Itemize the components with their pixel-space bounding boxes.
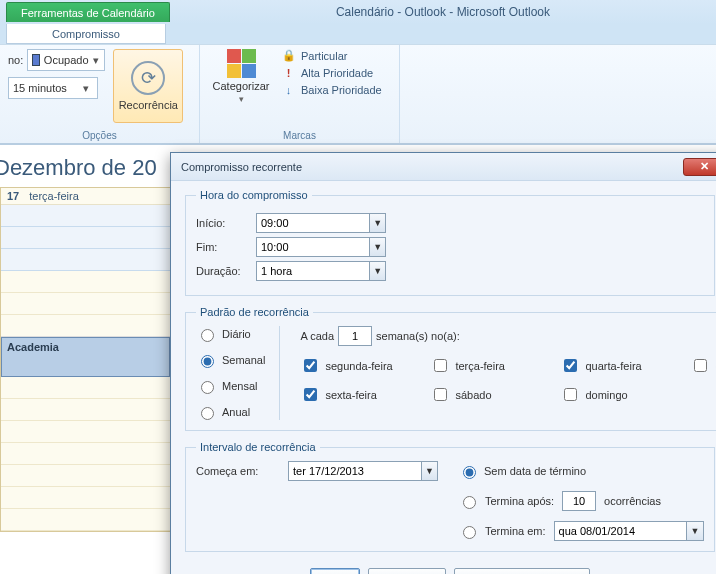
time-slot[interactable] (1, 509, 170, 531)
recurrence-label: Recorrência (119, 99, 178, 111)
time-slot[interactable] (1, 443, 170, 465)
chevron-down-icon: ▾ (93, 54, 101, 67)
close-icon: ✕ (700, 160, 709, 173)
every-label-b: semana(s) no(a): (376, 330, 460, 342)
thursday-check[interactable]: quinta-feira (690, 356, 716, 375)
time-slot[interactable] (1, 227, 170, 249)
show-as-select[interactable]: Ocupado ▾ (27, 49, 105, 71)
chevron-down-icon[interactable]: ▼ (369, 262, 385, 280)
chevron-down-icon[interactable]: ▼ (369, 214, 385, 232)
start-time-input[interactable] (257, 214, 369, 232)
time-slot[interactable] (1, 421, 170, 443)
recurrence-range-legend: Intervalo de recorrência (196, 441, 320, 453)
every-weeks-input[interactable] (338, 326, 372, 346)
wednesday-check[interactable]: quarta-feira (560, 356, 690, 375)
recurrence-button[interactable]: ⟳ Recorrência (113, 49, 183, 123)
range-start-label: Começa em: (196, 465, 278, 477)
calendar-day-column: 17 terça-feira Academia (0, 187, 170, 532)
saturday-check[interactable]: sábado (430, 385, 560, 404)
appointment-tab[interactable]: Compromisso (6, 24, 166, 44)
end-by-input[interactable] (555, 522, 687, 540)
weekly-radio[interactable]: Semanal (196, 352, 265, 368)
calendar-tools-tab[interactable]: Ferramentas de Calendário (6, 2, 170, 22)
calendar-event[interactable]: Academia (1, 337, 170, 377)
chevron-down-icon: ▾ (239, 94, 244, 104)
reminder-value: 15 minutos (13, 82, 67, 94)
every-label-a: A cada (300, 330, 334, 342)
day-name: terça-feira (29, 190, 79, 202)
end-after-count-input[interactable] (562, 491, 596, 511)
range-start-input[interactable] (289, 462, 421, 480)
categorize-icon (227, 49, 256, 78)
cancel-button[interactable]: Cancelar (368, 568, 446, 574)
dialog-title: Compromisso recorrente (181, 161, 683, 173)
show-as-label: no: (8, 54, 23, 66)
chevron-down-icon[interactable]: ▼ (369, 238, 385, 256)
reminder-select[interactable]: 15 minutos ▾ (8, 77, 98, 99)
end-time-input[interactable] (257, 238, 369, 256)
lock-icon: 🔒 (282, 49, 295, 62)
sunday-check[interactable]: domingo (560, 385, 690, 404)
window-title: Calendário - Outlook - Microsoft Outlook (170, 5, 716, 19)
day-number: 17 (7, 190, 19, 202)
duration-combo[interactable]: ▼ (256, 261, 386, 281)
high-importance-button[interactable]: ! Alta Prioridade (282, 67, 382, 79)
recurrence-dialog: Compromisso recorrente ✕ Hora do comprom… (170, 152, 716, 574)
end-after-radio[interactable]: Termina após: (458, 493, 554, 509)
busy-swatch-icon (32, 54, 40, 66)
friday-check[interactable]: sexta-feira (300, 385, 430, 404)
end-by-combo[interactable]: ▼ (554, 521, 704, 541)
ok-button[interactable]: OK (310, 568, 360, 574)
time-slot[interactable] (1, 487, 170, 509)
time-slot[interactable] (1, 399, 170, 421)
end-time-combo[interactable]: ▼ (256, 237, 386, 257)
range-start-combo[interactable]: ▼ (288, 461, 438, 481)
chevron-down-icon: ▾ (79, 82, 93, 95)
end-after-label-b: ocorrências (604, 495, 661, 507)
time-slot[interactable] (1, 465, 170, 487)
yearly-radio[interactable]: Anual (196, 404, 265, 420)
high-importance-label: Alta Prioridade (301, 67, 373, 79)
categorize-button[interactable]: Categorizar ▾ (208, 49, 274, 104)
tuesday-check[interactable]: terça-feira (430, 356, 560, 375)
appointment-time-legend: Hora do compromisso (196, 189, 312, 201)
time-slot[interactable] (1, 377, 170, 399)
recurrence-range-group: Intervalo de recorrência Começa em: ▼ Se… (185, 441, 715, 552)
monday-check[interactable]: segunda-feira (300, 356, 430, 375)
duration-input[interactable] (257, 262, 369, 280)
close-button[interactable]: ✕ (683, 158, 716, 176)
private-label: Particular (301, 50, 347, 62)
time-slot[interactable] (1, 205, 170, 227)
show-as-value: Ocupado (44, 54, 89, 66)
monthly-radio[interactable]: Mensal (196, 378, 265, 394)
low-importance-label: Baixa Prioridade (301, 84, 382, 96)
arrow-down-icon: ↓ (282, 84, 295, 96)
options-group-label: Opções (8, 130, 191, 141)
tags-group-label: Marcas (208, 130, 391, 141)
time-slot[interactable] (1, 271, 170, 293)
chevron-down-icon[interactable]: ▼ (686, 522, 702, 540)
categorize-label: Categorizar (213, 80, 270, 92)
window-titlebar: Ferramentas de Calendário Calendário - O… (0, 0, 716, 24)
start-label: Início: (196, 217, 256, 229)
recurrence-pattern-group: Padrão de recorrência Diário Semanal Men… (185, 306, 716, 431)
time-slot[interactable] (1, 293, 170, 315)
chevron-down-icon[interactable]: ▼ (421, 462, 437, 480)
private-button[interactable]: 🔒 Particular (282, 49, 382, 62)
duration-label: Duração: (196, 265, 256, 277)
end-by-radio[interactable]: Termina em: (458, 523, 546, 539)
daily-radio[interactable]: Diário (196, 326, 265, 342)
exclamation-icon: ! (282, 67, 295, 79)
dialog-titlebar[interactable]: Compromisso recorrente ✕ (171, 153, 716, 181)
recurrence-pattern-legend: Padrão de recorrência (196, 306, 313, 318)
start-time-combo[interactable]: ▼ (256, 213, 386, 233)
appointment-time-group: Hora do compromisso Início: ▼ Fim: ▼ Dur… (185, 189, 715, 296)
recurrence-icon: ⟳ (131, 61, 165, 95)
no-end-date-radio[interactable]: Sem data de término (458, 463, 704, 479)
ribbon: no: Ocupado ▾ 15 minutos ▾ ⟳ Recorrência… (0, 44, 716, 144)
low-importance-button[interactable]: ↓ Baixa Prioridade (282, 84, 382, 96)
time-slot[interactable] (1, 315, 170, 337)
remove-recurrence-button[interactable]: Remover recorrência (454, 568, 591, 574)
time-slot[interactable] (1, 249, 170, 271)
end-label: Fim: (196, 241, 256, 253)
